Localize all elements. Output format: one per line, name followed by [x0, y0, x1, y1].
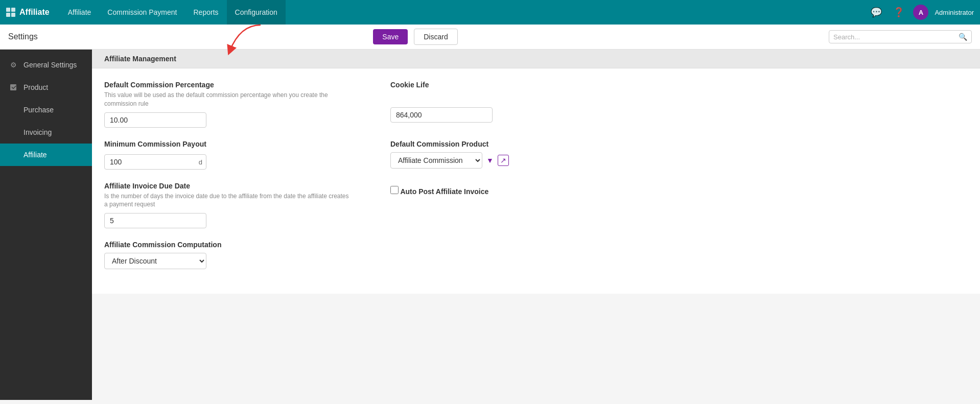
- field-default-commission-percentage: Default Commission Percentage This value…: [104, 81, 349, 128]
- input-affiliate-invoice-due-date[interactable]: [104, 213, 206, 228]
- label-affiliate-invoice-due-date: Affiliate Invoice Due Date: [104, 182, 349, 190]
- label-auto-post-affiliate-invoice: Auto Post Affiliate Invoice: [390, 186, 636, 196]
- settings-body: Default Commission Percentage This value…: [92, 68, 980, 294]
- input-cookie-life[interactable]: [390, 107, 493, 123]
- sidebar-item-general-settings[interactable]: ⚙ General Settings: [0, 54, 92, 76]
- label-default-commission-percentage: Default Commission Percentage: [104, 81, 349, 89]
- nav-right: 💬 ❓ A Administrator: [868, 4, 974, 20]
- save-button[interactable]: Save: [373, 29, 408, 44]
- main-layout: ⚙ General Settings Product Purchase Invo…: [0, 50, 980, 400]
- chat-icon[interactable]: 💬: [868, 4, 884, 20]
- general-settings-icon: ⚙: [8, 60, 18, 70]
- select-affiliate-commission-computation[interactable]: After Discount Before Discount: [104, 253, 206, 269]
- logo-grid-icon: [6, 8, 15, 17]
- subheader: Settings Save Discard 🔍: [0, 25, 980, 50]
- minimum-payout-input-wrapper: d: [104, 154, 206, 170]
- label-minimum-commission-payout: Minimum Commission Payout: [104, 140, 349, 148]
- field-minimum-commission-payout: Minimum Commission Payout d: [104, 140, 349, 170]
- commission-product-field: Affiliate Commission ▼ ↗: [390, 152, 636, 169]
- field-affiliate-commission-computation: Affiliate Commission Computation After D…: [104, 241, 349, 269]
- sidebar: ⚙ General Settings Product Purchase Invo…: [0, 50, 92, 400]
- sidebar-label-invoicing: Invoicing: [24, 128, 52, 136]
- form-row-1: Default Commission Percentage This value…: [104, 81, 968, 128]
- checkbox-auto-post-affiliate-invoice[interactable]: [390, 186, 399, 194]
- purchase-icon: [8, 105, 18, 115]
- page-title: Settings: [8, 32, 367, 41]
- desc-default-commission-percentage: This value will be used as the default c…: [104, 91, 349, 108]
- desc-affiliate-invoice-due-date: Is the number of days the invoice date d…: [104, 192, 349, 209]
- sidebar-label-general-settings: General Settings: [24, 61, 77, 69]
- search-container: 🔍: [829, 30, 972, 43]
- input-default-commission-percentage[interactable]: [104, 112, 206, 128]
- section-header: Affiliate Management: [92, 50, 980, 68]
- field-affiliate-invoice-due-date: Affiliate Invoice Due Date Is the number…: [104, 182, 349, 229]
- sidebar-label-product: Product: [24, 83, 48, 91]
- sidebar-item-purchase[interactable]: Purchase: [0, 99, 92, 121]
- affiliate-icon: [8, 150, 18, 160]
- nav-item-affiliate[interactable]: Affiliate: [60, 0, 100, 25]
- top-navigation: Affiliate Affiliate Commission Payment R…: [0, 0, 980, 25]
- input-minimum-commission-payout[interactable]: [104, 154, 206, 170]
- search-icon[interactable]: 🔍: [959, 33, 967, 41]
- nav-item-reports[interactable]: Reports: [185, 0, 227, 25]
- label-affiliate-commission-computation: Affiliate Commission Computation: [104, 241, 349, 249]
- select-commission-product[interactable]: Affiliate Commission: [390, 152, 482, 169]
- search-input[interactable]: [833, 33, 959, 41]
- main-content: Affiliate Management Default Commission …: [92, 50, 980, 400]
- nav-items: Affiliate Commission Payment Reports Con…: [60, 0, 869, 25]
- commission-product-dropdown-arrow[interactable]: ▼: [484, 155, 496, 165]
- form-row-2: Minimum Commission Payout d Default Comm…: [104, 140, 968, 170]
- app-logo[interactable]: Affiliate: [6, 8, 50, 17]
- form-row-4: Affiliate Commission Computation After D…: [104, 241, 968, 269]
- sidebar-label-purchase: Purchase: [24, 106, 54, 114]
- currency-symbol: d: [199, 158, 202, 165]
- sidebar-item-affiliate[interactable]: Affiliate: [0, 144, 92, 166]
- label-default-commission-product: Default Commission Product: [390, 140, 636, 148]
- field-auto-post-affiliate-invoice: Auto Post Affiliate Invoice: [390, 182, 636, 229]
- product-icon: [8, 82, 18, 92]
- admin-name: Administrator: [935, 9, 974, 16]
- label-cookie-life: Cookie Life: [390, 81, 636, 89]
- app-name: Affiliate: [19, 8, 50, 17]
- invoicing-icon: [8, 127, 18, 137]
- sidebar-item-invoicing[interactable]: Invoicing: [0, 121, 92, 144]
- discard-button[interactable]: Discard: [414, 29, 457, 45]
- sidebar-item-product[interactable]: Product: [0, 76, 92, 99]
- commission-product-external-link[interactable]: ↗: [498, 155, 509, 166]
- field-default-commission-product: Default Commission Product Affiliate Com…: [390, 140, 636, 170]
- nav-item-configuration[interactable]: Configuration: [227, 0, 286, 25]
- help-icon[interactable]: ❓: [891, 4, 907, 20]
- avatar[interactable]: A: [913, 5, 928, 20]
- field-cookie-life: Cookie Life: [390, 81, 636, 128]
- sidebar-label-affiliate: Affiliate: [24, 151, 47, 159]
- form-row-3: Affiliate Invoice Due Date Is the number…: [104, 182, 968, 229]
- nav-item-commission-payment[interactable]: Commission Payment: [99, 0, 185, 25]
